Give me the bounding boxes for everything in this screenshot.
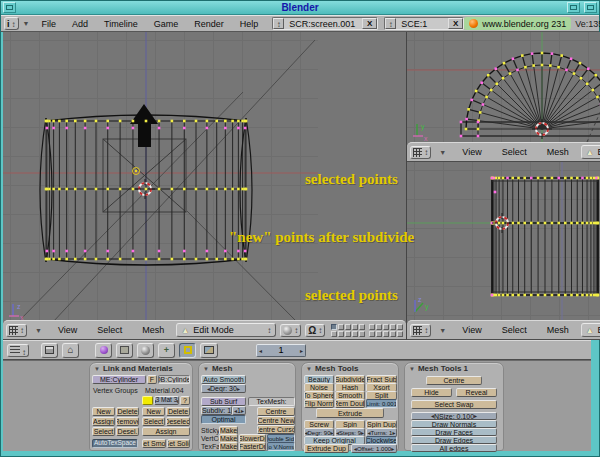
layer-cell[interactable] [331,331,337,337]
subdiv-render-field[interactable]: 1 [232,406,246,415]
menu-mesh[interactable]: Mesh [134,325,172,335]
window-maximize-button[interactable] [567,2,580,13]
editor-type-dropdown[interactable] [6,324,27,337]
menu-add[interactable]: Add [64,19,96,29]
material-counter[interactable]: 3 Mat 3 [154,396,179,405]
viewport-front-canvas[interactable]: zx [3,32,318,320]
vgroup-remove-button[interactable]: Remove [116,417,139,426]
mode-dropdown[interactable]: ▲ Edit Mode [176,323,276,337]
scene-selector[interactable]: SCE:1 X [384,17,464,30]
menu-select[interactable]: Select [89,325,130,335]
layer-cell[interactable] [331,324,337,330]
layer-cell[interactable] [359,324,365,330]
set-smooth-button[interactable]: Set Smoo [142,439,166,448]
editor-type-dropdown[interactable] [7,344,29,357]
layer-cell[interactable] [383,324,389,330]
object-name-field[interactable]: OB:Cylinder [158,375,190,384]
optimal-toggle[interactable]: Optimal [201,415,246,424]
texface-make-button[interactable]: Make [219,442,238,451]
extrude-button[interactable]: Extrude [316,408,384,418]
viewport-top-canvas[interactable]: yx [407,32,600,142]
menu-mesh[interactable]: Mesh [539,147,577,157]
header-collapse-icon[interactable]: ▼ [439,149,446,156]
layer-cell[interactable] [352,331,358,337]
menu-view[interactable]: View [454,325,489,335]
panel-collapse-icon[interactable]: ▼ [94,366,100,372]
autotexspace-toggle[interactable]: AutoTexSpace [92,439,138,448]
screen-browse-button[interactable] [273,18,284,29]
layer-cell[interactable] [338,331,344,337]
subdiv-field[interactable]: Subdiv: 1 [201,406,232,415]
home-button[interactable]: ⌂ [62,343,79,358]
logic-context-button[interactable] [95,343,112,358]
nsize-field[interactable]: NSize: 0.100 [411,412,497,420]
flip-normals-button[interactable]: Flip Norm [304,399,334,408]
panel-collapse-icon[interactable]: ▼ [306,366,312,372]
menu-select[interactable]: Select [494,147,535,157]
layer-cell[interactable] [345,324,351,330]
auto-smooth-toggle[interactable]: Auto Smooth [201,375,246,384]
layer-cell[interactable] [369,331,375,337]
vgroup-new-button[interactable]: New [92,407,115,416]
material-color-swatch[interactable] [142,396,153,405]
extrude-dup-button[interactable]: Extrude Dup [304,444,349,453]
material-delete-button[interactable]: Delete [166,407,190,416]
offset-field[interactable]: Offset: 1.000 [351,444,397,453]
texmesh-field[interactable]: TexMesh: [248,397,295,406]
header-collapse-icon[interactable]: ▼ [439,327,446,334]
layer-cell[interactable] [369,324,375,330]
menu-timeline[interactable]: Timeline [96,19,146,29]
menu-game[interactable]: Game [146,19,187,29]
fake-user-button[interactable]: F [147,375,157,384]
layer-cell[interactable] [376,331,382,337]
window-close-button[interactable] [584,2,597,13]
screen-selector[interactable]: SCR:screen.001 X [272,17,378,30]
frame-counter[interactable]: 1 [256,344,306,357]
editor-type-dropdown[interactable]: i [4,17,19,30]
rem-doubles-button[interactable]: Rem Doub [335,399,365,408]
material-select-button[interactable]: Select [142,417,165,426]
centre-button[interactable]: Centre [257,407,295,416]
subsurf-toggle[interactable]: Sub Surf [201,397,246,406]
menu-view[interactable]: View [454,147,489,157]
collapse-menus-icon[interactable]: ▼ [23,20,30,27]
mode-dropdown[interactable]: ▲ Edit Mode [581,145,600,159]
select-swap-button[interactable]: Select Swap [411,400,497,409]
centre-cursor-button[interactable]: Centre Cursor [257,425,295,434]
editing-context-button[interactable] [179,343,196,358]
layer-cell[interactable] [383,331,389,337]
panel-collapse-icon[interactable]: ▼ [203,366,209,372]
menu-help[interactable]: Help [232,19,267,29]
object-context-button[interactable]: + [158,343,175,358]
draw-type-dropdown[interactable] [280,324,301,337]
material-help-button[interactable]: ? [180,396,190,405]
vgroup-delete-button[interactable]: Delete [116,407,139,416]
menu-file[interactable]: File [33,19,64,29]
editor-type-dropdown[interactable] [410,146,431,159]
layer-cell[interactable] [352,324,358,330]
mode-dropdown[interactable]: ▲ Edit Mode [581,323,600,337]
menu-render[interactable]: Render [186,19,232,29]
panel-alignment-button[interactable] [41,343,58,358]
draw-faces-toggle[interactable]: Draw Faces [411,428,497,436]
all-edges-toggle[interactable]: All edges [411,444,497,452]
material-assign-button[interactable]: Assign [142,427,190,436]
set-solid-button[interactable]: Set Solid [167,439,190,448]
scene-browse-button[interactable] [385,18,396,29]
layer-buttons[interactable] [331,324,403,337]
layer-cell[interactable] [397,331,403,337]
scene-delete-button[interactable]: X [448,18,463,29]
screen-delete-button[interactable]: X [362,18,377,29]
no-vnormal-flip-toggle[interactable]: No V.Normal [267,442,295,451]
material-deselect-button[interactable]: Deselect [166,417,190,426]
scene-context-button[interactable] [200,343,218,358]
window-menu-button[interactable] [3,2,16,13]
faster-draw-button[interactable]: FasterDr [239,442,266,451]
menu-view[interactable]: View [50,325,85,335]
material-new-button[interactable]: New [142,407,165,416]
vgroup-assign-button[interactable]: Assign [92,417,115,426]
layer-cell[interactable] [376,324,382,330]
version-link[interactable]: www.blender.org 231 [464,17,571,30]
pivot-dropdown[interactable]: Ω [305,324,325,337]
layer-cell[interactable] [390,324,396,330]
